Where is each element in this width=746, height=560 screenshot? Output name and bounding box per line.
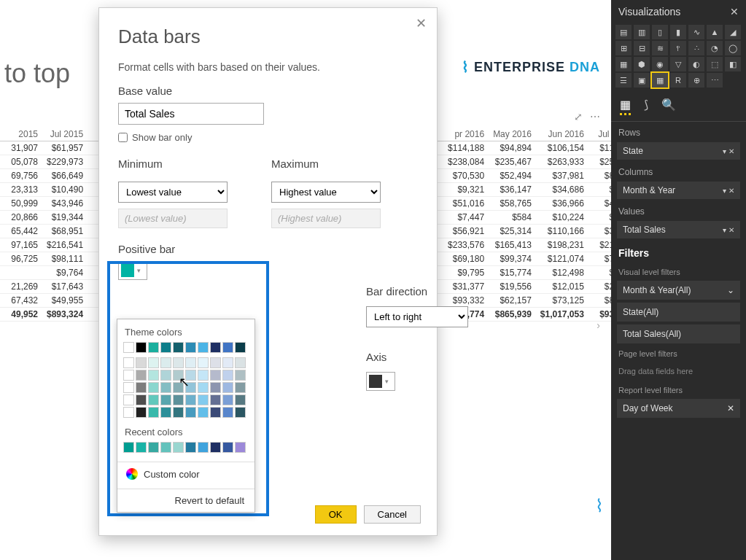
- vis-scatter[interactable]: ∴: [688, 41, 704, 55]
- revert-to-default-button[interactable]: Revert to default: [117, 489, 255, 512]
- color-swatch[interactable]: [235, 407, 246, 418]
- color-swatch[interactable]: [173, 382, 184, 393]
- fields-tab-icon[interactable]: ▦: [620, 98, 631, 115]
- focus-mode-icon[interactable]: ⤢: [574, 111, 583, 122]
- color-swatch[interactable]: [210, 407, 221, 418]
- color-swatch[interactable]: [185, 357, 196, 368]
- ok-button[interactable]: OK: [315, 505, 357, 524]
- color-swatch[interactable]: [148, 357, 159, 368]
- color-swatch[interactable]: [148, 407, 159, 418]
- vis-clustered-col[interactable]: ▮: [670, 25, 686, 39]
- vis-stacked-col[interactable]: ▯: [652, 25, 668, 39]
- vis-line[interactable]: ∿: [688, 25, 704, 39]
- color-swatch[interactable]: [222, 370, 233, 381]
- vis-stacked-bar[interactable]: ▤: [615, 25, 632, 39]
- color-swatch[interactable]: [173, 370, 184, 381]
- color-swatch[interactable]: [198, 342, 209, 353]
- color-swatch[interactable]: [235, 342, 246, 353]
- color-swatch[interactable]: [136, 370, 147, 381]
- maximum-select[interactable]: Highest value: [271, 182, 381, 203]
- color-swatch[interactable]: [210, 370, 221, 381]
- positive-bar-color-button[interactable]: ▾: [118, 261, 147, 280]
- chevron-down-icon[interactable]: ▾ ✕: [723, 226, 734, 234]
- color-swatch[interactable]: [148, 342, 159, 353]
- vis-combo1[interactable]: ⊞: [615, 41, 632, 55]
- color-swatch[interactable]: [185, 442, 196, 453]
- values-field[interactable]: Total Sales▾ ✕: [617, 221, 740, 238]
- vis-combo2[interactable]: ⊟: [634, 41, 650, 55]
- color-swatch[interactable]: [198, 370, 209, 381]
- color-swatch[interactable]: [123, 394, 134, 405]
- vis-import[interactable]: ⋯: [707, 73, 723, 88]
- color-swatch[interactable]: [185, 382, 196, 393]
- vis-stacked-area[interactable]: ◢: [725, 25, 741, 39]
- vis-r[interactable]: R: [670, 73, 686, 88]
- color-swatch[interactable]: [210, 442, 221, 453]
- color-swatch[interactable]: [235, 382, 246, 393]
- vis-clustered-bar[interactable]: ▥: [634, 25, 650, 39]
- analytics-tab-icon[interactable]: 🔍: [661, 98, 676, 115]
- filter-month-year[interactable]: Month & Year(All)⌄: [617, 281, 740, 300]
- filter-state[interactable]: State(All): [617, 303, 740, 322]
- axis-color-button[interactable]: ▾: [366, 372, 395, 391]
- vis-arcgis[interactable]: ⊕: [688, 73, 704, 88]
- color-swatch[interactable]: [123, 342, 134, 353]
- color-swatch[interactable]: [222, 442, 233, 453]
- vis-pie[interactable]: ◔: [707, 41, 723, 55]
- rows-field[interactable]: State▾ ✕: [617, 142, 740, 160]
- vis-funnel[interactable]: ▽: [670, 57, 686, 71]
- vis-area[interactable]: ▲: [707, 25, 723, 39]
- color-swatch[interactable]: [123, 370, 134, 381]
- column-header[interactable]: Jun 2016: [536, 128, 588, 141]
- chevron-down-icon[interactable]: ⌄: [727, 285, 734, 295]
- color-swatch[interactable]: [173, 407, 184, 418]
- color-swatch[interactable]: [173, 394, 184, 405]
- chevron-down-icon[interactable]: ▾ ✕: [723, 187, 734, 195]
- color-swatch[interactable]: [123, 442, 134, 453]
- color-swatch[interactable]: [210, 382, 221, 393]
- color-swatch[interactable]: [235, 370, 246, 381]
- color-swatch[interactable]: [136, 394, 147, 405]
- color-swatch[interactable]: [136, 342, 147, 353]
- vis-matrix[interactable]: ▦: [652, 73, 668, 88]
- color-swatch[interactable]: [198, 442, 209, 453]
- color-swatch[interactable]: [185, 394, 196, 405]
- format-tab-icon[interactable]: ⟆: [644, 98, 648, 115]
- color-swatch[interactable]: [185, 342, 196, 353]
- vis-map[interactable]: ⬢: [634, 57, 650, 71]
- color-swatch[interactable]: [123, 382, 134, 393]
- color-swatch[interactable]: [222, 407, 233, 418]
- chevron-down-icon[interactable]: ▾ ✕: [723, 147, 734, 155]
- color-swatch[interactable]: [210, 342, 221, 353]
- color-swatch[interactable]: [185, 370, 196, 381]
- color-swatch[interactable]: [185, 407, 196, 418]
- color-swatch[interactable]: [222, 382, 233, 393]
- vis-kpi[interactable]: ◧: [725, 57, 741, 71]
- color-swatch[interactable]: [198, 357, 209, 368]
- column-header[interactable]: May 2016: [489, 128, 536, 141]
- vis-tree[interactable]: ▦: [615, 57, 632, 71]
- vis-gauge[interactable]: ◐: [688, 57, 704, 71]
- color-swatch[interactable]: [160, 442, 171, 453]
- column-header[interactable]: 2015: [0, 128, 42, 141]
- bar-direction-select[interactable]: Left to right: [366, 306, 468, 327]
- close-icon[interactable]: ✕: [727, 403, 734, 413]
- close-icon[interactable]: ✕: [730, 6, 739, 18]
- color-swatch[interactable]: [235, 357, 246, 368]
- color-swatch[interactable]: [210, 357, 221, 368]
- color-swatch[interactable]: [123, 407, 134, 418]
- color-swatch[interactable]: [148, 370, 159, 381]
- vis-card[interactable]: ⬚: [707, 57, 723, 71]
- color-swatch[interactable]: [222, 394, 233, 405]
- column-header[interactable]: pr 2016: [443, 128, 489, 141]
- scroll-right-icon[interactable]: ›: [597, 319, 600, 331]
- color-swatch[interactable]: [198, 394, 209, 405]
- color-swatch[interactable]: [160, 370, 171, 381]
- column-header[interactable]: Jul 2015: [42, 128, 88, 141]
- color-swatch[interactable]: [160, 382, 171, 393]
- vis-waterfall[interactable]: ⫯: [670, 41, 686, 55]
- color-swatch[interactable]: [160, 407, 171, 418]
- vis-ribbon[interactable]: ≋: [652, 41, 668, 55]
- color-swatch[interactable]: [136, 442, 147, 453]
- color-swatch[interactable]: [136, 382, 147, 393]
